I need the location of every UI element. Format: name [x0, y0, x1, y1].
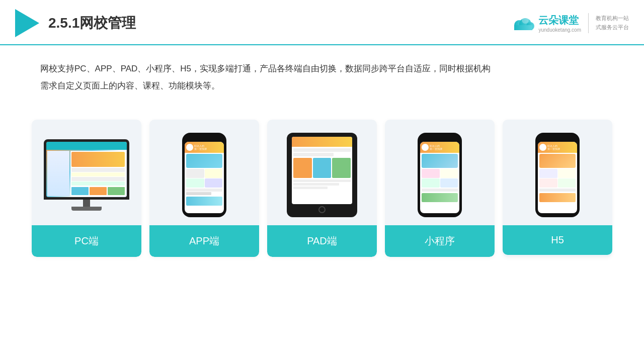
card-pad-image [267, 120, 377, 225]
mini-device: 职达人的第一堂找课 [418, 133, 462, 217]
description: 网校支持PC、APP、PAD、小程序、H5，实现多端打通，产品各终端自由切换，数… [0, 45, 644, 100]
brand-logo: 云朵课堂 yunduoketang.com 教育机构一站式服务云平台 [510, 13, 629, 33]
card-pc-image [32, 120, 141, 225]
card-app: 职达人的第一堂找课 [149, 120, 259, 257]
card-pc-label: PC端 [32, 225, 141, 257]
card-mini-image: 职达人的第一堂找课 [385, 120, 495, 225]
description-line2: 需求自定义页面上的内容、课程、功能模块等。 [40, 77, 604, 95]
h5-device: 职达人的第一堂找课 [535, 133, 580, 217]
app-device: 职达人的第一堂找课 [182, 133, 226, 217]
card-pc: PC端 [32, 120, 141, 257]
cloud-icon [510, 14, 536, 32]
header-left: 2.5.1网校管理 [15, 9, 136, 37]
card-pad-label: PAD端 [267, 225, 377, 257]
pad-device [287, 133, 357, 217]
header-divider [588, 13, 589, 33]
card-mini: 职达人的第一堂找课 [385, 120, 495, 257]
card-pad: PAD端 [267, 120, 377, 257]
card-h5: 职达人的第一堂找课 [503, 120, 612, 257]
cards-container: PC端 职达人的第一堂找课 [0, 105, 644, 267]
card-mini-label: 小程序 [385, 225, 495, 257]
card-app-image: 职达人的第一堂找课 [149, 120, 259, 225]
svg-point-4 [522, 17, 529, 24]
brand-tagline: 教育机构一站式服务云平台 [596, 14, 629, 32]
card-h5-label: H5 [503, 225, 612, 255]
svg-rect-3 [514, 25, 532, 30]
description-line1: 网校支持PC、APP、PAD、小程序、H5，实现多端打通，产品各终端自由切换，数… [40, 60, 604, 77]
pc-device [44, 139, 129, 211]
page-title: 2.5.1网校管理 [48, 14, 136, 33]
brand-name: 云朵课堂 [538, 14, 579, 27]
header: 2.5.1网校管理 云朵课堂 yunduoketa [0, 0, 644, 45]
logo-triangle-icon [15, 9, 39, 37]
card-app-label: APP端 [149, 225, 259, 257]
card-h5-image: 职达人的第一堂找课 [503, 120, 612, 225]
brand-url: yunduoketang.com [538, 27, 581, 33]
